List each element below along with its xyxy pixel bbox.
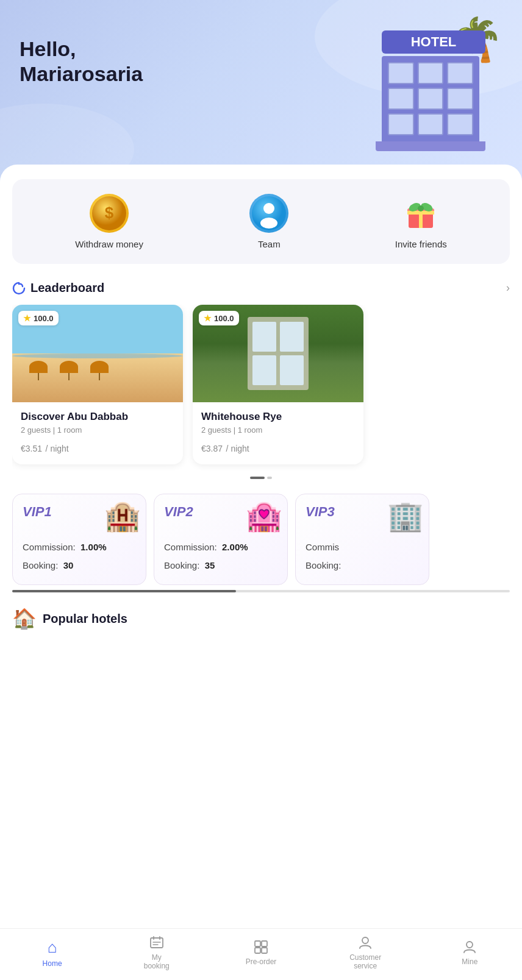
vip1-commission-label: Commission: <box>23 542 76 552</box>
nav-customer-service[interactable]: Customer service <box>341 935 390 970</box>
popular-hotels-title: Popular hotels <box>43 612 127 626</box>
popular-hotels-header: 🏠 Popular hotels <box>12 607 510 630</box>
ivy-window <box>280 322 304 352</box>
svg-point-3 <box>263 203 274 214</box>
preorder-nav-icon <box>253 939 269 955</box>
vip3-info: Commis Booking: <box>306 538 419 575</box>
mine-nav-label: Mine <box>462 957 477 966</box>
quick-actions-bar: $ Withdraw money <box>12 179 510 264</box>
ivy-window <box>280 355 304 385</box>
vip-scroll-track <box>12 590 236 592</box>
hotel-card-1[interactable]: ★ 100.0 Discover Abu Dabbab 2 guests | 1… <box>12 305 183 464</box>
beach-water <box>12 353 183 358</box>
gift-icon <box>401 194 440 233</box>
customer-service-nav-icon <box>357 935 373 951</box>
vip1-commission-value: 1.00% <box>80 542 107 552</box>
booking-nav-icon <box>149 935 165 951</box>
nav-my-booking[interactable]: My booking <box>132 935 181 970</box>
team-icon <box>249 194 288 233</box>
popular-hotels-section: 🏠 Popular hotels <box>12 607 510 630</box>
hotel-card-1-name: Discover Abu Dabbab <box>21 411 174 423</box>
vip2-info: Commission: 2.00% Booking: 35 <box>164 538 277 575</box>
umbrella-2 <box>60 361 78 373</box>
leaderboard-title: Leaderboard <box>12 281 104 295</box>
customer-service-nav-label: Customer service <box>349 953 381 970</box>
vip-scroll-indicator <box>12 590 510 592</box>
cards-scroll-indicator <box>12 477 510 479</box>
hotel-card-2-name: Whitehouse Rye <box>201 411 355 423</box>
umbrella-1 <box>29 361 48 373</box>
bottom-navigation: ⌂ Home My booking Pre-order Customer ser… <box>0 928 522 980</box>
hotel-card-2[interactable]: ★ 100.0 Whitehouse Rye 2 guests | 1 room… <box>193 305 363 464</box>
hotel-card-1-meta: 2 guests | 1 room <box>21 425 174 435</box>
scroll-dot-2 <box>267 477 272 479</box>
coin-icon: $ <box>90 194 129 233</box>
nav-preorder[interactable]: Pre-order <box>237 939 285 966</box>
vip3-booking-label: Booking: <box>306 560 341 570</box>
ivy-window <box>252 322 276 352</box>
invite-friends-label: Invite friends <box>395 239 447 249</box>
vip1-booking-value: 30 <box>63 560 74 570</box>
invite-friends-button[interactable]: Invite friends <box>395 194 447 249</box>
vip2-commission-value: 2.00% <box>222 542 248 552</box>
svg-rect-12 <box>151 938 163 948</box>
vip2-card[interactable]: VIP2 🏩 Commission: 2.00% Booking: 35 <box>154 494 288 585</box>
home-nav-label: Home <box>43 959 62 968</box>
svg-rect-17 <box>255 941 260 946</box>
vip1-card[interactable]: VIP1 🏨 Commission: 1.00% Booking: 30 <box>12 494 146 585</box>
withdraw-money-label: Withdraw money <box>75 239 143 249</box>
team-label: Team <box>258 239 281 249</box>
hotel-window <box>418 113 444 135</box>
beach-umbrellas <box>29 361 109 373</box>
vip3-commission-label: Commis <box>306 542 339 552</box>
svg-point-4 <box>260 218 277 229</box>
svg-rect-20 <box>262 948 267 953</box>
hotel-window <box>388 113 414 135</box>
hotel-window <box>388 88 414 110</box>
vip1-info: Commission: 1.00% Booking: 30 <box>23 538 136 575</box>
withdraw-money-button[interactable]: $ Withdraw money <box>75 194 143 249</box>
ivy-building-front <box>248 317 309 390</box>
nav-home[interactable]: ⌂ Home <box>28 938 77 968</box>
mine-nav-icon <box>462 939 477 955</box>
hotel-base <box>376 141 485 151</box>
hotel-card-2-price: €3.87 / night <box>201 441 355 455</box>
team-button[interactable]: Team <box>249 194 288 249</box>
svg-point-11 <box>418 205 424 211</box>
svg-rect-18 <box>262 941 267 946</box>
leaderboard-chevron-icon[interactable]: › <box>506 282 510 294</box>
hotel-window <box>447 113 473 135</box>
vip2-booking-label: Booking: <box>164 560 199 570</box>
hotel-card-2-rating: ★ 100.0 <box>199 311 239 325</box>
nav-mine[interactable]: Mine <box>445 939 494 966</box>
swirl-icon <box>12 282 26 295</box>
vip-tiers-list: VIP1 🏨 Commission: 1.00% Booking: 30 VIP… <box>12 494 510 585</box>
header-section: Hello, Mariarosaria 🌴 HOTEL <box>0 0 522 183</box>
hotel-window <box>447 88 473 110</box>
hotel-card-2-image: ★ 100.0 <box>193 305 363 402</box>
vip3-building-icon: 🏢 <box>387 499 424 533</box>
vip1-building-icon: 🏨 <box>104 499 141 533</box>
hotel-card-1-price: €3.51 / night <box>21 441 174 455</box>
star-icon: ★ <box>23 313 31 323</box>
vip2-building-icon: 🏩 <box>246 499 282 533</box>
svg-rect-19 <box>255 948 260 953</box>
hotel-card-1-image: ★ 100.0 <box>12 305 183 402</box>
vip3-card[interactable]: VIP3 🏢 Commis Booking: <box>295 494 429 585</box>
hotel-window <box>418 88 444 110</box>
vip1-booking-label: Booking: <box>23 560 58 570</box>
star-icon: ★ <box>204 313 212 323</box>
greeting-text: Hello, Mariarosaria <box>20 37 502 87</box>
vip2-booking-value: 35 <box>205 560 215 570</box>
hotel-cards-list: ★ 100.0 Discover Abu Dabbab 2 guests | 1… <box>12 305 510 472</box>
main-content-card: $ Withdraw money <box>0 165 522 969</box>
scroll-dot-1 <box>250 477 265 479</box>
svg-point-22 <box>467 942 473 948</box>
umbrella-3 <box>90 361 109 373</box>
hotel-card-2-meta: 2 guests | 1 room <box>201 425 355 435</box>
hotel-card-1-body: Discover Abu Dabbab 2 guests | 1 room €3… <box>12 402 183 464</box>
leaderboard-section-header: Leaderboard › <box>12 281 510 295</box>
svg-text:$: $ <box>105 204 114 222</box>
hotel-card-2-body: Whitehouse Rye 2 guests | 1 room €3.87 /… <box>193 402 363 464</box>
house-icon: 🏠 <box>12 607 37 630</box>
